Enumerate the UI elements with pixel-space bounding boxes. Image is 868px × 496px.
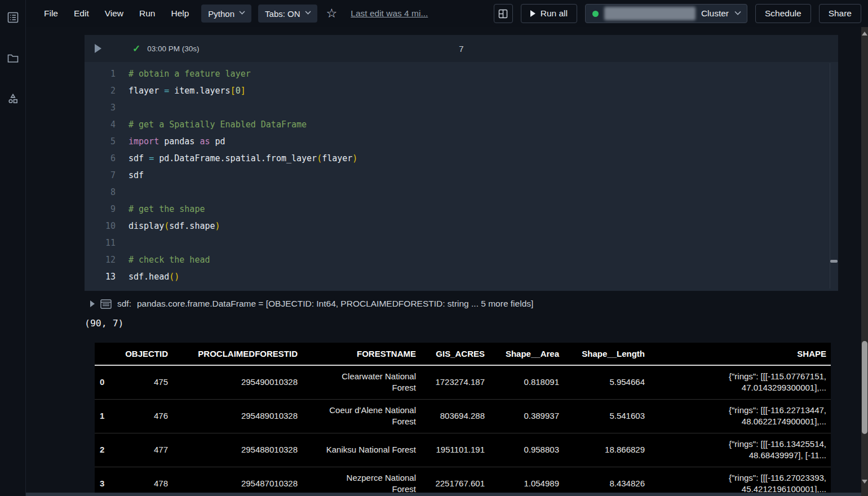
- page-scrollbar[interactable]: [861, 27, 868, 496]
- table-cell: 477: [122, 433, 169, 467]
- dataframe-output: OBJECTIDPROCLAIMEDFORESTIDFORESTNAMEGIS_…: [95, 343, 831, 496]
- code-text: import pandas as pd: [129, 133, 225, 150]
- table-cell: 295489010328: [169, 399, 299, 433]
- code-token: =: [149, 153, 154, 163]
- menu-file[interactable]: File: [44, 8, 58, 19]
- result-summary-text: sdf:pandas.core.frame.DataFrame = [OBJEC…: [117, 299, 533, 309]
- cluster-name-redacted: [604, 7, 696, 20]
- line-number: 12: [85, 251, 116, 268]
- code-text: display(sdf.shape): [129, 218, 220, 234]
- menu-run[interactable]: Run: [139, 8, 155, 19]
- table-cell: 478: [122, 467, 169, 496]
- chevron-down-icon: [239, 11, 245, 16]
- page-scrollbar-thumb[interactable]: [862, 341, 867, 434]
- table-cell: 1951101.191: [417, 433, 486, 467]
- table-body: 0475295490010328Clearwater National Fore…: [95, 365, 831, 496]
- code-text: # get the shape: [129, 201, 205, 218]
- workflows-icon[interactable]: [0, 86, 26, 112]
- share-label: Share: [829, 8, 852, 19]
- table-cell: 0.389937: [486, 399, 560, 433]
- cluster-label: Cluster: [701, 8, 729, 19]
- table-row: 3478295487010328Nezperce National Forest…: [95, 467, 831, 496]
- language-selector[interactable]: Python: [201, 5, 251, 23]
- play-icon: [530, 10, 535, 17]
- result-type-summary: pandas.core.frame.DataFrame = [OBJECTID:…: [137, 299, 533, 308]
- favorite-star-icon[interactable]: ☆: [326, 7, 338, 20]
- code-token: flayer: [322, 153, 352, 163]
- code-token: # get the shape: [129, 204, 205, 214]
- result-var-name: sdf:: [117, 299, 131, 308]
- expand-result-icon[interactable]: [90, 300, 95, 307]
- table-header-cell: GIS_ACRES: [417, 343, 486, 365]
- table-cell: Kaniksu National Forest: [299, 433, 417, 467]
- dataframe-table: OBJECTIDPROCLAIMEDFORESTIDFORESTNAMEGIS_…: [95, 343, 831, 496]
- scroll-up-arrow-icon[interactable]: [862, 32, 867, 36]
- code-token: pandas: [159, 136, 200, 147]
- table-row: 0475295490010328Clearwater National Fore…: [95, 365, 831, 399]
- code-line: 6sdf = pd.DataFrame.spatial.from_layer(f…: [85, 150, 838, 167]
- table-cell: 3: [95, 467, 122, 496]
- schedule-label: Schedule: [765, 8, 801, 19]
- menu-edit[interactable]: Edit: [74, 8, 89, 19]
- editor-scrollbar-thumb[interactable]: [830, 260, 838, 263]
- table-header-cell: Shape__Length: [560, 343, 646, 365]
- code-text: # obtain a feature layer: [129, 65, 251, 82]
- menu-help[interactable]: Help: [171, 8, 189, 19]
- table-cell: 18.866829: [560, 433, 646, 467]
- table-header-cell: Shape__Area: [486, 343, 560, 365]
- code-line: 9# get the shape: [85, 201, 838, 218]
- code-text: sdf = pd.DataFrame.spatial.from_layer(fl…: [129, 150, 357, 167]
- layout-grid-button[interactable]: [494, 4, 513, 23]
- code-text: flayer = item.layers[0]: [129, 82, 246, 99]
- menu-bar: FileEditViewRunHelp: [44, 8, 189, 19]
- folder-icon[interactable]: [0, 45, 26, 71]
- table-cell: 5.541603: [560, 399, 646, 433]
- code-text: sdf: [129, 167, 144, 184]
- table-cell: Nezperce National Forest: [299, 467, 417, 496]
- code-token: [: [231, 86, 236, 96]
- table-cell: 295488010328: [169, 433, 299, 467]
- code-line: 7sdf: [85, 167, 838, 184]
- code-token: (: [169, 272, 174, 282]
- table-cell: 2251767.601: [417, 467, 486, 496]
- chevron-down-icon: [305, 11, 311, 16]
- code-text: # get a Spatially Enabled DataFrame: [129, 116, 307, 133]
- cluster-selector[interactable]: Cluster: [585, 4, 747, 23]
- code-line: 5import pandas as pd: [85, 133, 838, 150]
- code-line: 12# check the head: [85, 251, 838, 268]
- table-cell: Coeur d'Alene National Forest: [299, 399, 417, 433]
- code-token: # obtain a feature layer: [129, 69, 251, 79]
- tabs-toggle[interactable]: Tabs: ON: [258, 5, 317, 23]
- cell-number: 7: [85, 44, 838, 54]
- code-token: ): [174, 272, 179, 282]
- last-edit-link[interactable]: Last edit was 4 mi...: [351, 8, 428, 19]
- share-button[interactable]: Share: [819, 4, 861, 23]
- code-editor[interactable]: 1# obtain a feature layer2flayer = item.…: [85, 62, 838, 285]
- notebook-panel-icon[interactable]: [0, 5, 26, 30]
- menu-view[interactable]: View: [105, 8, 123, 19]
- table-row: 1476295489010328Coeur d'Alene National F…: [95, 399, 831, 433]
- cell-header: ✓ 03:00 PM (30s) 7: [85, 35, 838, 62]
- table-cell: 1.054989: [486, 467, 560, 496]
- code-token: pd.DataFrame.spatial.from_layer: [154, 153, 317, 163]
- bottom-strip: [26, 493, 861, 496]
- shape-output: (90, 7): [85, 318, 124, 329]
- toolbar-right-group: Run all Cluster Schedule Share: [494, 4, 861, 23]
- line-number: 6: [85, 150, 116, 167]
- table-header-row: OBJECTIDPROCLAIMEDFORESTIDFORESTNAMEGIS_…: [95, 343, 831, 365]
- code-token: sdf: [129, 170, 144, 180]
- run-all-button[interactable]: Run all: [521, 4, 577, 23]
- table-header-cell: PROCLAIMEDFORESTID: [169, 343, 299, 365]
- table-cell: 5.954664: [560, 365, 646, 399]
- editor-gutter-line: [830, 63, 830, 289]
- schedule-button[interactable]: Schedule: [755, 4, 811, 23]
- line-number: 8: [85, 184, 116, 201]
- table-cell: 475: [122, 365, 169, 399]
- code-token: # get a Spatially Enabled DataFrame: [129, 119, 307, 130]
- scroll-down-arrow-icon[interactable]: [862, 480, 867, 484]
- line-number: 9: [85, 201, 116, 218]
- table-cell: {"rings": [[[-116.27023393, 45.421219610…: [646, 467, 831, 496]
- code-token: ): [352, 153, 357, 163]
- code-text: sdf.head(): [129, 268, 179, 285]
- table-cell: {"rings": [[[-116.22713447, 48.062217490…: [646, 399, 831, 433]
